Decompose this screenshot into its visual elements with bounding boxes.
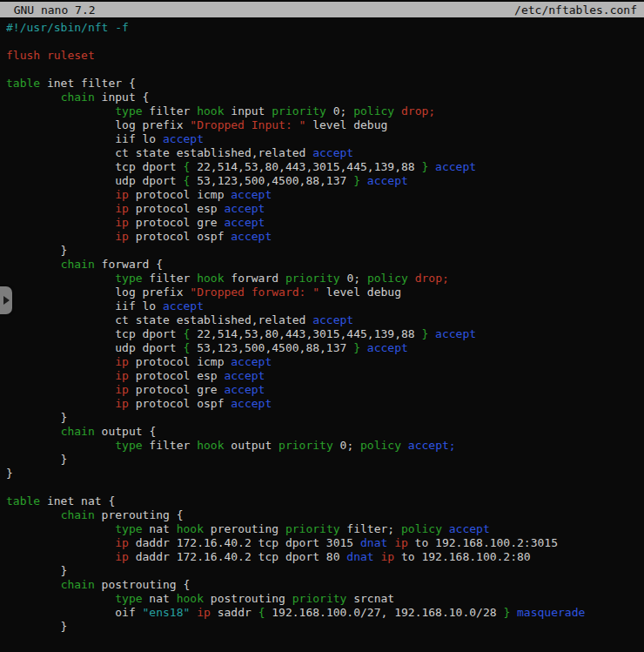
code-line[interactable]: type filter hook forward priority 0; pol… <box>6 272 644 286</box>
code-line[interactable]: udp dport { 53,123,500,4500,88,137 } acc… <box>6 341 644 355</box>
code-segment: to 192.168.100.2:80 <box>394 550 531 563</box>
code-line[interactable]: } <box>6 467 644 481</box>
code-line[interactable]: ip protocol icmp accept <box>6 355 644 369</box>
code-segment: priority <box>292 592 347 605</box>
code-line[interactable]: ip protocol gre accept <box>6 383 644 397</box>
code-segment: } <box>6 564 67 577</box>
code-line[interactable]: } <box>6 411 644 425</box>
code-line[interactable]: ip daddr 172.16.40.2 tcp dport 3015 dnat… <box>6 536 644 550</box>
code-segment: accept <box>224 369 265 382</box>
code-segment: nat <box>143 592 177 605</box>
code-line[interactable]: type nat hook prerouting priority filter… <box>6 522 644 536</box>
code-line[interactable]: log prefix "Dropped Input: " level debug <box>6 118 644 132</box>
code-line[interactable]: udp dport { 53,123,500,4500,88,137 } acc… <box>6 174 644 188</box>
code-line[interactable]: } <box>6 564 644 578</box>
code-line[interactable]: ip protocol icmp accept <box>6 188 644 202</box>
code-segment: ip <box>115 550 129 563</box>
code-segment: postrouting <box>204 592 292 605</box>
code-segment: chain <box>61 91 95 104</box>
code-segment: type <box>115 272 142 285</box>
code-segment: log prefix <box>6 286 190 299</box>
code-segment: prerouting { <box>95 508 184 521</box>
code-line[interactable]: flush ruleset <box>6 49 644 63</box>
code-line[interactable]: iif lo accept <box>6 132 644 146</box>
code-segment <box>6 202 115 215</box>
code-line[interactable]: oif "ens18" ip saddr { 192.168.100.0/27,… <box>6 606 644 620</box>
code-segment: ip <box>115 383 129 396</box>
code-line[interactable]: table inet nat { <box>6 494 644 508</box>
code-segment: table <box>6 77 40 90</box>
code-line[interactable]: chain prerouting { <box>6 508 644 522</box>
code-segment: dnat <box>360 536 387 549</box>
code-line[interactable]: #!/usr/sbin/nft -f <box>6 21 644 35</box>
code-segment <box>6 355 115 368</box>
code-segment: hook <box>177 522 204 535</box>
code-segment: "Dropped forward: " <box>190 286 319 299</box>
code-segment: ip <box>394 536 408 549</box>
code-line[interactable]: } <box>6 244 644 258</box>
code-line[interactable]: iif lo accept <box>6 299 644 313</box>
code-segment: ip <box>380 550 394 563</box>
code-segment <box>6 592 115 605</box>
code-segment: saddr <box>211 606 258 619</box>
code-segment: } <box>6 467 13 480</box>
code-line[interactable]: ip protocol ospf accept <box>6 230 644 244</box>
editor-content[interactable]: #!/usr/sbin/nft -fflush rulesettable ine… <box>6 21 644 652</box>
code-segment: accept <box>367 174 408 187</box>
code-segment: policy <box>360 439 401 452</box>
code-line[interactable]: log prefix "Dropped forward: " level deb… <box>6 286 644 299</box>
code-segment: chain <box>61 508 95 521</box>
code-segment: accept <box>367 341 408 354</box>
code-line[interactable]: chain input { <box>6 91 644 104</box>
code-line[interactable]: chain forward { <box>6 258 644 272</box>
code-line[interactable]: tcp dport { 22,514,53,80,443,3015,445,13… <box>6 327 644 341</box>
code-segment <box>394 104 401 118</box>
code-line[interactable] <box>6 481 644 494</box>
code-line[interactable]: chain output { <box>6 425 644 439</box>
nano-version: GNU nano 7.2 <box>0 3 96 17</box>
code-segment <box>408 272 415 285</box>
code-line[interactable]: ip protocol esp accept <box>6 202 644 216</box>
code-line[interactable]: table inet filter { <box>6 77 644 91</box>
code-segment: accept <box>163 132 204 145</box>
code-line[interactable]: type filter hook output priority 0; poli… <box>6 439 644 453</box>
code-segment <box>6 439 115 452</box>
code-segment: priority <box>285 272 340 285</box>
code-line[interactable]: ip protocol gre accept <box>6 216 644 230</box>
code-segment: log prefix <box>6 118 190 131</box>
code-line[interactable]: ip protocol esp accept <box>6 369 644 383</box>
code-segment: hook <box>197 104 224 118</box>
code-line[interactable] <box>6 35 644 49</box>
code-line[interactable]: type filter hook input priority 0; polic… <box>6 104 644 118</box>
code-segment: iif lo <box>6 299 163 313</box>
code-segment <box>428 160 435 173</box>
code-segment: accept <box>224 216 265 229</box>
nano-filename: /etc/nftables.conf <box>514 3 637 17</box>
code-segment: ct state established,related <box>6 313 312 326</box>
code-segment: hook <box>177 592 204 605</box>
code-line[interactable]: ct state established,related accept <box>6 146 644 160</box>
sidebar-handle[interactable] <box>0 286 12 314</box>
code-line[interactable]: type nat hook postrouting priority srcna… <box>6 592 644 606</box>
code-segment: ip <box>115 536 129 549</box>
code-segment: priority <box>285 522 340 535</box>
code-segment <box>6 272 115 285</box>
code-segment: } <box>353 174 360 187</box>
code-line[interactable]: chain postrouting { <box>6 578 644 592</box>
code-line[interactable]: tcp dport { 22,514,53,80,443,3015,445,13… <box>6 160 644 174</box>
code-line[interactable]: } <box>6 620 644 634</box>
code-segment: ip <box>115 230 129 243</box>
code-line[interactable]: ct state established,related accept <box>6 313 644 327</box>
code-line[interactable] <box>6 63 644 77</box>
code-line[interactable]: ip daddr 172.16.40.2 tcp dport 80 dnat i… <box>6 550 644 564</box>
code-line[interactable]: } <box>6 453 644 467</box>
code-segment: iif lo <box>6 132 163 145</box>
code-segment <box>6 104 115 118</box>
code-segment: protocol ospf <box>129 230 231 243</box>
code-segment: protocol gre <box>129 216 225 229</box>
code-line[interactable]: ip protocol ospf accept <box>6 397 644 411</box>
nano-titlebar: GNU nano 7.2 /etc/nftables.conf <box>0 2 644 17</box>
code-segment <box>6 258 61 271</box>
code-segment: } <box>6 453 67 466</box>
code-segment <box>6 550 115 563</box>
